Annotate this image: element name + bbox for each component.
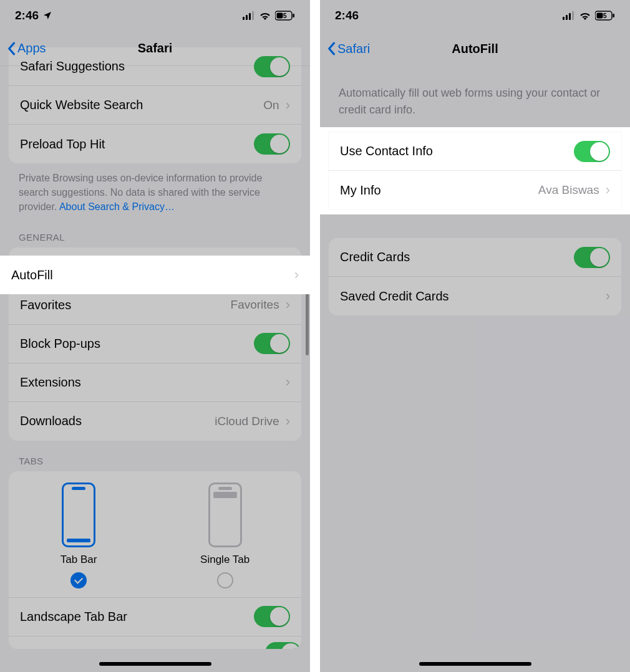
home-indicator[interactable] (419, 662, 531, 666)
scrollbar-thumb[interactable] (306, 287, 309, 355)
chevron-right-icon: › (286, 97, 290, 113)
svg-rect-2 (249, 13, 251, 20)
location-icon (42, 11, 52, 21)
row-landscape-tab-bar[interactable]: Landscape Tab Bar (9, 598, 301, 636)
status-time: 2:46 (335, 9, 359, 22)
image-divider (310, 0, 320, 672)
group-credit-cards: Credit Cards Saved Credit Cards › (329, 238, 621, 315)
row-label: Extensions (20, 375, 284, 390)
svg-rect-0 (243, 17, 245, 20)
tabchoice-label: Tab Bar (61, 554, 97, 566)
svg-rect-14 (613, 14, 615, 17)
svg-rect-13 (597, 13, 603, 19)
toggle-landscape-tab-bar[interactable] (254, 606, 290, 627)
home-indicator[interactable] (99, 662, 211, 666)
row-detail: iCloud Drive (215, 415, 279, 428)
toggle-safari-suggestions[interactable] (254, 56, 290, 77)
chevron-right-icon: › (286, 297, 290, 313)
header-general: GENERAL (0, 217, 310, 247)
row-my-info[interactable]: My Info Ava Biswas › (329, 171, 621, 209)
svg-rect-5 (277, 13, 283, 19)
radio-checked-icon (70, 572, 87, 588)
row-label: Saved Credit Cards (340, 289, 604, 304)
toggle-preload-top-hit[interactable] (254, 133, 290, 155)
chevron-right-icon: › (294, 267, 299, 283)
row-label: Block Pop-ups (20, 337, 254, 351)
status-bar: 2:46 5 (320, 0, 630, 31)
footer-private-browsing: Private Browsing uses on-device informat… (0, 163, 310, 217)
row-autofill[interactable]: AutoFill › (0, 256, 310, 294)
status-bar: 2:46 5 (0, 0, 310, 31)
row-label: Use Contact Info (340, 144, 574, 158)
svg-text:5: 5 (283, 12, 287, 19)
row-credit-cards[interactable]: Credit Cards (329, 238, 621, 277)
status-time: 2:46 (15, 9, 39, 22)
row-use-contact-info[interactable]: Use Contact Info (329, 132, 621, 171)
svg-rect-6 (293, 14, 295, 17)
radio-unchecked-icon (217, 572, 233, 588)
row-detail: Favorites (231, 298, 279, 312)
link-about-privacy[interactable]: About Search & Privacy… (59, 201, 175, 212)
svg-rect-3 (252, 11, 254, 20)
svg-rect-8 (563, 17, 565, 20)
row-label: Landscape Tab Bar (20, 610, 254, 624)
row-preload-top-hit[interactable]: Preload Top Hit (9, 125, 301, 163)
phone-preview-tab-bar (62, 482, 95, 547)
nav-bar: Safari AutoFill (320, 31, 630, 66)
row-saved-credit-cards[interactable]: Saved Credit Cards › (329, 277, 621, 315)
battery-icon: 5 (595, 11, 615, 21)
highlight-contact-info: Use Contact Info My Info Ava Biswas › (320, 127, 630, 214)
tab-layout-chooser: Tab Bar Single Tab (9, 471, 301, 598)
toggle-use-contact-info[interactable] (574, 141, 610, 162)
chevron-right-icon: › (606, 182, 610, 198)
svg-text:5: 5 (603, 12, 607, 19)
page-title: Safari (0, 41, 310, 55)
row-label: Favorites (20, 298, 231, 312)
svg-rect-11 (572, 11, 574, 20)
row-detail: On (263, 98, 279, 112)
toggle-block-popups[interactable] (254, 333, 290, 354)
toggle-cutoff[interactable] (265, 642, 301, 649)
phone-preview-single-tab (208, 482, 242, 547)
row-label: Quick Website Search (20, 98, 263, 112)
chevron-right-icon: › (286, 374, 290, 390)
row-cutoff (9, 636, 301, 649)
tabchoice-tab-bar[interactable]: Tab Bar (61, 482, 97, 588)
row-quick-website-search[interactable]: Quick Website Search On › (9, 86, 301, 125)
svg-rect-10 (569, 13, 571, 20)
row-label: Preload Top Hit (20, 137, 254, 151)
cellular-icon (563, 11, 575, 20)
chevron-right-icon: › (606, 288, 610, 304)
svg-rect-1 (246, 15, 248, 20)
toggle-credit-cards[interactable] (574, 247, 610, 268)
phone-left-safari-settings: 2:46 5 Apps Safari Safari Suggestions Qu… (0, 0, 310, 672)
tabchoice-single-tab[interactable]: Single Tab (200, 482, 250, 588)
wifi-icon (259, 11, 271, 20)
row-label: Credit Cards (340, 250, 574, 264)
svg-rect-9 (566, 15, 568, 20)
tabchoice-label: Single Tab (200, 554, 250, 566)
row-extensions[interactable]: Extensions › (9, 363, 301, 402)
phone-right-autofill-settings: 2:46 5 Safari AutoFill Automatically fil… (320, 0, 630, 672)
row-downloads[interactable]: Downloads iCloud Drive › (9, 402, 301, 441)
battery-icon: 5 (275, 11, 295, 21)
group-tabs: Tab Bar Single Tab Landscape Tab Bar (9, 471, 301, 649)
cellular-icon (243, 11, 255, 20)
chevron-right-icon: › (286, 413, 290, 430)
wifi-icon (579, 11, 591, 20)
header-tabs: TABS (0, 441, 310, 471)
row-label: AutoFill (11, 268, 293, 282)
row-label: My Info (340, 183, 538, 198)
description-text: Automatically fill out web forms using y… (320, 66, 630, 125)
row-label: Downloads (20, 414, 215, 428)
highlight-autofill: AutoFill › (0, 256, 310, 294)
page-title: AutoFill (320, 42, 630, 56)
row-detail: Ava Biswas (538, 183, 599, 197)
row-block-popups[interactable]: Block Pop-ups (9, 325, 301, 363)
